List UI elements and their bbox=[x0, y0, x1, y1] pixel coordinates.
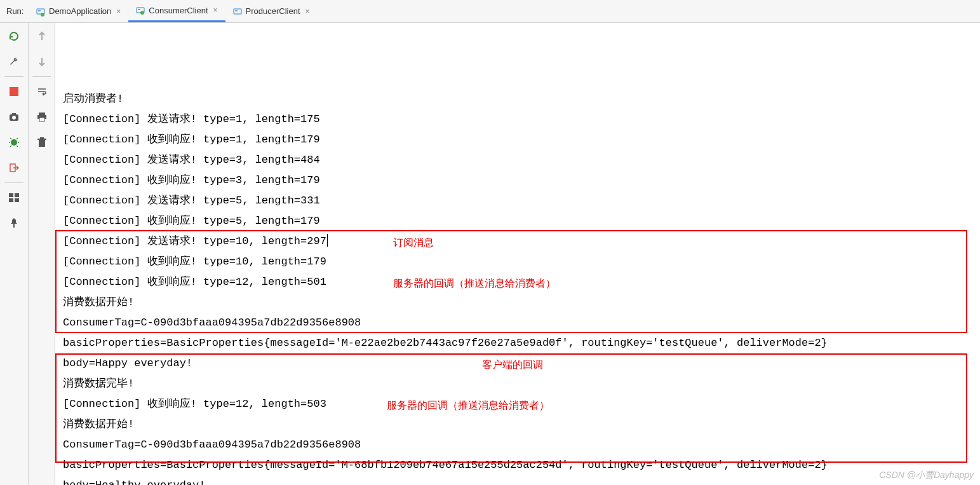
rerun-icon[interactable] bbox=[7, 29, 21, 43]
console-line: [Connection] 收到响应! type=5, length=179 bbox=[63, 211, 972, 231]
svg-point-10 bbox=[11, 139, 17, 146]
console-output[interactable]: 启动消费者![Connection] 发送请求! type=1, length=… bbox=[55, 23, 980, 485]
bug-rerun-icon[interactable] bbox=[7, 135, 21, 149]
pin-icon[interactable] bbox=[7, 216, 21, 230]
run-panel-label: Run: bbox=[0, 0, 29, 22]
svg-rect-19 bbox=[39, 118, 44, 121]
svg-rect-14 bbox=[9, 198, 13, 202]
svg-rect-21 bbox=[37, 139, 46, 140]
console-line: basicProperties=BasicProperties{messageI… bbox=[63, 333, 972, 353]
stop-icon[interactable] bbox=[7, 85, 21, 99]
svg-point-9 bbox=[12, 116, 16, 120]
console-line: [Connection] 收到响应! type=1, length=179 bbox=[63, 130, 972, 150]
run-tabs: DemoApplication × ConsumerClient × Produ… bbox=[29, 0, 318, 22]
top-bar: Run: DemoApplication × ConsumerClient × … bbox=[0, 0, 980, 23]
annotation-label: 客户端的回调 bbox=[482, 355, 543, 375]
svg-rect-13 bbox=[15, 193, 19, 197]
arrow-up-icon[interactable] bbox=[35, 29, 49, 43]
annotation-label: 服务器的回调（推送消息给消费者） bbox=[393, 273, 556, 294]
close-icon[interactable]: × bbox=[305, 7, 310, 16]
console-line: [Connection] 发送请求! type=10, length=297订阅… bbox=[63, 231, 972, 252]
console-line: body=Healthy everyday! bbox=[63, 475, 972, 485]
svg-rect-12 bbox=[9, 193, 13, 197]
console-line: [Connection] 发送请求! type=3, length=484 bbox=[63, 150, 972, 170]
wrench-icon[interactable] bbox=[7, 55, 21, 69]
svg-rect-3 bbox=[138, 9, 140, 10]
svg-rect-16 bbox=[13, 224, 15, 228]
svg-rect-22 bbox=[40, 137, 44, 139]
run-config-icon bbox=[233, 7, 242, 16]
svg-rect-15 bbox=[15, 198, 19, 202]
tab-demoapplication[interactable]: DemoApplication × bbox=[29, 0, 128, 22]
console-line: [Connection] 发送请求! type=1, length=175 bbox=[63, 109, 972, 130]
main-area: 启动消费者![Connection] 发送请求! type=1, length=… bbox=[0, 23, 980, 485]
exit-icon[interactable] bbox=[7, 161, 21, 175]
console-line: basicProperties=BasicProperties{messageI… bbox=[63, 455, 972, 475]
text-caret bbox=[327, 234, 328, 247]
left-toolbar-1 bbox=[0, 23, 29, 485]
svg-rect-5 bbox=[235, 10, 238, 11]
tab-label: DemoApplication bbox=[49, 6, 111, 16]
close-icon[interactable]: × bbox=[213, 6, 218, 15]
soft-wrap-icon[interactable] bbox=[35, 85, 49, 99]
console-line: 消费数据开始! bbox=[63, 414, 972, 435]
console-line: [Connection] 发送请求! type=5, length=331 bbox=[63, 191, 972, 211]
arrow-down-icon[interactable] bbox=[35, 55, 49, 69]
svg-rect-17 bbox=[39, 113, 45, 115]
tab-producerclient[interactable]: ProducerClient × bbox=[225, 0, 318, 22]
svg-rect-20 bbox=[39, 140, 45, 147]
print-icon[interactable] bbox=[35, 110, 49, 124]
console-line: 消费数据开始! bbox=[63, 292, 972, 313]
console-line: [Connection] 收到响应! type=12, length=503服务… bbox=[63, 394, 972, 414]
console-line: 启动消费者! bbox=[63, 89, 972, 109]
tab-label: ConsumerClient bbox=[149, 6, 208, 15]
console-line: [Connection] 收到响应! type=10, length=179 bbox=[63, 252, 972, 272]
layout-icon[interactable] bbox=[7, 191, 21, 205]
console-line: body=Happy everyday!客户端的回调 bbox=[63, 353, 972, 374]
tab-consumerclient[interactable]: ConsumerClient × bbox=[128, 0, 225, 22]
console-line: ConsumerTag=C-090d3bfaaa094395a7db22d935… bbox=[63, 313, 972, 333]
left-toolbar-2 bbox=[29, 23, 55, 485]
tab-label: ProducerClient bbox=[246, 6, 300, 16]
console-line: [Connection] 收到响应! type=3, length=179 bbox=[63, 170, 972, 191]
console-line: 消费数据完毕! bbox=[63, 374, 972, 394]
annotation-label: 服务器的回调（推送消息给消费者） bbox=[387, 395, 549, 416]
annotation-label: 订阅消息 bbox=[393, 233, 434, 253]
close-icon[interactable]: × bbox=[116, 7, 121, 16]
console-line: [Connection] 收到响应! type=12, length=501服务… bbox=[63, 272, 972, 292]
watermark: CSDN @小曹Dayhappy bbox=[879, 470, 974, 481]
svg-rect-6 bbox=[10, 87, 18, 96]
svg-rect-8 bbox=[12, 113, 16, 115]
camera-icon[interactable] bbox=[7, 110, 21, 124]
running-dot-icon bbox=[41, 13, 44, 17]
console-line: ConsumerTag=C-090d3bfaaa094395a7db22d935… bbox=[63, 435, 972, 455]
svg-rect-1 bbox=[38, 10, 41, 11]
trash-icon[interactable] bbox=[35, 135, 49, 149]
